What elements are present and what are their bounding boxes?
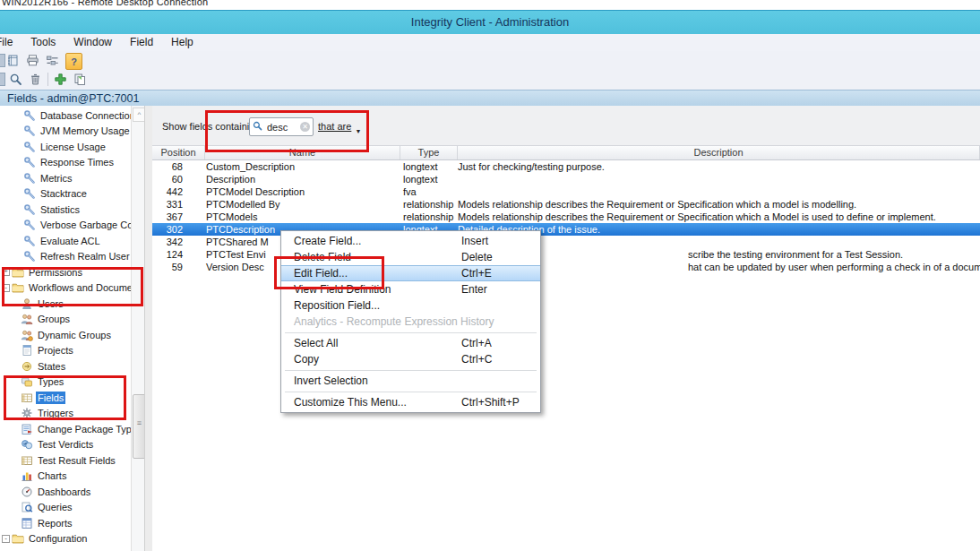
sidebar-item[interactable]: Refresh Realm User and xyxy=(0,249,131,265)
toolbar-top: ? xyxy=(0,51,980,71)
help-icon[interactable]: ? xyxy=(65,53,82,70)
sidebar-item[interactable]: Charts xyxy=(0,469,131,485)
sidebar-item[interactable]: Database Connections xyxy=(0,108,131,124)
column-header-position[interactable]: Position xyxy=(152,146,205,159)
sidebar-item[interactable]: Projects xyxy=(0,343,131,359)
sidebar-item[interactable]: Test Result Fields xyxy=(0,452,131,469)
context-menu-item[interactable]: Invert Selection xyxy=(281,373,540,389)
sidebar-item[interactable]: Queries xyxy=(0,500,131,516)
context-menu-item[interactable]: Edit Field... Ctrl+E xyxy=(281,265,540,281)
sidebar-item[interactable]: Statistics xyxy=(0,202,131,218)
cell-name: PTCModels xyxy=(204,211,399,223)
cell-description: Just for checking/testing purpose. xyxy=(455,160,980,173)
sidebar-item[interactable]: Metrics xyxy=(0,170,131,186)
tree-item-icon xyxy=(21,423,33,435)
printer-icon[interactable] xyxy=(25,53,40,68)
tree-item-icon xyxy=(12,281,24,294)
menu-item-label: Analytics - Recompute Expression History xyxy=(294,315,494,328)
column-header-description[interactable]: Description xyxy=(458,146,980,159)
cell-position: 342 xyxy=(152,236,204,248)
sidebar-item[interactable]: Verbose Garbage Collecti xyxy=(0,218,131,234)
sidebar-item[interactable]: - Configuration xyxy=(0,531,131,547)
table-row[interactable]: 59 Version Desc hat can be updated by us… xyxy=(152,261,980,273)
properties-icon[interactable] xyxy=(45,53,60,68)
column-header-name[interactable]: Name xyxy=(205,146,400,159)
cell-description: Models relationship describes the Requir… xyxy=(455,211,980,223)
context-menu-item[interactable]: Reposition Field... xyxy=(281,297,540,314)
notebook-icon[interactable] xyxy=(5,53,21,68)
sidebar-item[interactable]: Triggers xyxy=(0,406,131,422)
sidebar-item[interactable]: Dynamic Groups xyxy=(0,327,131,343)
filter-dropdown[interactable]: that are ▼ xyxy=(318,121,351,132)
tree-item-icon xyxy=(23,156,36,168)
context-menu-item[interactable]: Create Field... Insert xyxy=(281,233,540,249)
sidebar-item[interactable]: + Permissions xyxy=(0,264,131,280)
table-row[interactable]: 367 PTCModels relationship Models relati… xyxy=(152,211,980,223)
tree-expander-icon[interactable]: - xyxy=(2,284,10,292)
sidebar-item[interactable]: - Workflows and Documents xyxy=(0,280,131,297)
cell-name: Custom_Description xyxy=(204,160,399,173)
table-row[interactable]: 331 PTCModelled By relationship Models r… xyxy=(152,198,980,211)
context-menu-item[interactable]: Copy Ctrl+C xyxy=(281,351,540,367)
context-menu-item[interactable]: Delete Field Delete xyxy=(281,249,540,265)
tree-item-icon xyxy=(23,219,36,231)
sidebar-item[interactable]: Users xyxy=(0,296,131,312)
trash-icon[interactable] xyxy=(28,72,43,87)
context-menu-item[interactable]: Analytics - Recompute Expression History xyxy=(281,314,540,330)
cell-description xyxy=(455,173,980,185)
menu-item-label: Invert Selection xyxy=(294,375,461,387)
search-input[interactable] xyxy=(265,119,301,134)
sidebar-item[interactable]: Stacktrace xyxy=(0,186,131,202)
menu-bar-item[interactable]: File xyxy=(0,34,21,51)
column-header-type[interactable]: Type xyxy=(400,146,458,159)
table-row[interactable]: 68 Custom_Description longtext Just for … xyxy=(152,160,980,173)
tree-item-label: JVM Memory Usage xyxy=(39,125,131,137)
tree-item-label: Dashboards xyxy=(36,486,92,498)
sidebar-item[interactable]: Test Verdicts xyxy=(0,437,131,453)
tree-item-icon xyxy=(23,235,36,247)
search-box[interactable]: ✕ xyxy=(249,117,314,136)
sidebar-item[interactable]: Response Times xyxy=(0,155,131,171)
tree-item-label: Reports xyxy=(36,517,74,529)
sidebar-item[interactable]: Fields xyxy=(0,390,131,406)
tree-item-label: Change Package Types xyxy=(36,423,131,435)
context-menu-item[interactable]: View Field Definition Enter xyxy=(281,281,540,297)
clear-search-icon[interactable]: ✕ xyxy=(300,122,310,132)
sidebar-item[interactable]: Change Package Types xyxy=(0,421,131,437)
context-menu-item[interactable]: Select All Ctrl+A xyxy=(281,335,540,351)
menu-item-shortcut: Ctrl+E xyxy=(461,267,531,280)
tree-item-label: Metrics xyxy=(39,172,73,185)
context-menu-item[interactable]: Customize This Menu... Ctrl+Shift+P xyxy=(281,394,540,410)
menu-bar-item[interactable]: Field xyxy=(121,34,162,51)
menu-bar-item[interactable]: Window xyxy=(64,34,121,51)
cell-name: PTCModel Description xyxy=(204,185,399,198)
sidebar-scrollbar[interactable]: ^ xyxy=(131,106,145,551)
table-row[interactable]: 342 PTCShared M xyxy=(152,236,980,248)
menu-bar-items: File Tools Window Field Help xyxy=(0,34,980,51)
table-row[interactable]: 302 PTCDescription longtext Detailed des… xyxy=(152,223,980,236)
sidebar-item[interactable]: License Usage xyxy=(0,139,131,155)
menu-bar-item[interactable]: Tools xyxy=(21,34,64,51)
sidebar-item[interactable]: Types xyxy=(0,375,131,391)
sidebar-item[interactable]: States xyxy=(0,358,131,375)
tree-expander-icon[interactable]: + xyxy=(2,268,10,276)
sidebar-item[interactable]: Groups xyxy=(0,312,131,328)
menu-item-label: Reposition Field... xyxy=(294,299,461,312)
sidebar-item[interactable]: Evaluate ACL xyxy=(0,233,131,249)
menu-item-shortcut: Ctrl+A xyxy=(461,337,531,349)
table-row[interactable]: 60 Description longtext xyxy=(152,173,980,185)
menu-item-label: Copy xyxy=(294,353,461,366)
cell-type: fva xyxy=(399,185,455,198)
create-plus-icon[interactable] xyxy=(53,72,68,87)
tree-item-label: Stacktrace xyxy=(39,187,89,200)
copy-icon[interactable] xyxy=(73,72,88,87)
menu-bar-item[interactable]: Help xyxy=(162,34,202,51)
tree-expander-icon[interactable]: - xyxy=(2,535,10,543)
search-icon[interactable] xyxy=(8,72,23,87)
table-row[interactable]: 442 PTCModel Description fva xyxy=(152,185,980,198)
sidebar-item[interactable]: Reports xyxy=(0,515,131,531)
sidebar-item[interactable]: JVM Memory Usage xyxy=(0,124,131,140)
sidebar-item[interactable]: Dashboards xyxy=(0,484,131,500)
search-magnifier-icon xyxy=(253,121,262,131)
table-row[interactable]: 124 PTCTest Envi scribe the testing envi… xyxy=(152,248,980,261)
